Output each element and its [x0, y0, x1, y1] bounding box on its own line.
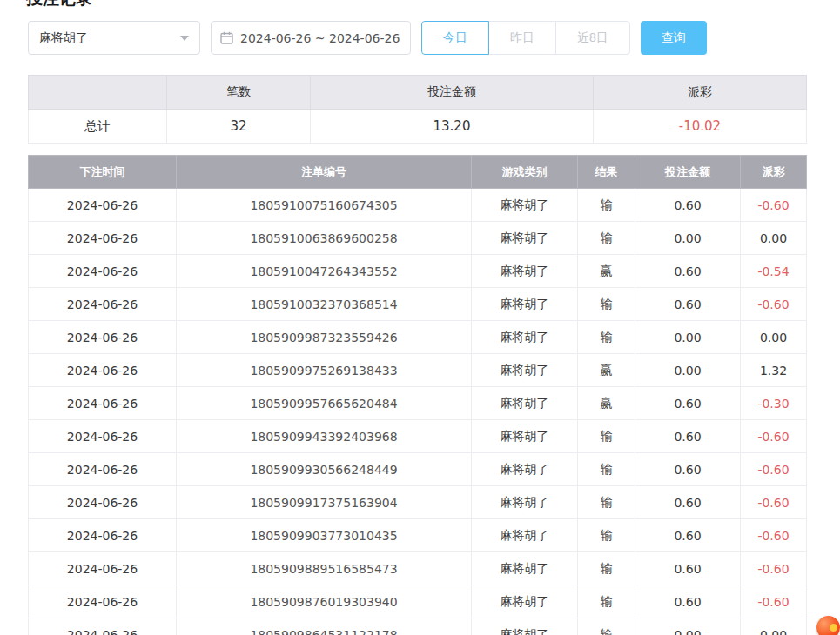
- records-body: 2024-06-26 1805910075160674305 麻将胡了 输 0.…: [29, 189, 807, 635]
- cell-payout: -0.60: [741, 189, 807, 222]
- quick-filter-group: 今日 昨日 近8日: [421, 21, 630, 55]
- cell-order-number: 1805910075160674305: [177, 189, 472, 222]
- quick-filter-yesterday[interactable]: 昨日: [488, 21, 556, 55]
- cell-game-category: 麻将胡了: [472, 387, 578, 420]
- cell-game-category: 麻将胡了: [472, 354, 578, 387]
- cell-payout: -0.30: [741, 387, 807, 420]
- cell-bet-amount: 0.60: [635, 486, 741, 519]
- cell-payout: -0.60: [741, 453, 807, 486]
- cell-bet-amount: 0.60: [635, 552, 741, 585]
- summary-total-bet: 13.20: [311, 110, 594, 144]
- summary-total-payout: -10.02: [594, 110, 807, 144]
- records-header-row: 下注时间 注单编号 游戏类别 结果 投注金额 派彩: [29, 156, 807, 189]
- date-range-value: 2024-06-26 ~ 2024-06-26: [240, 31, 400, 45]
- cell-result: 输: [578, 189, 635, 222]
- table-row: 2024-06-26 1805909917375163904 麻将胡了 输 0.…: [29, 486, 807, 519]
- cell-bet-amount: 0.60: [635, 420, 741, 453]
- cell-bet-time: 2024-06-26: [29, 552, 177, 585]
- cell-bet-time: 2024-06-26: [29, 288, 177, 321]
- cell-order-number: 1805909917375163904: [177, 486, 472, 519]
- chevron-down-icon: [180, 36, 189, 41]
- cell-order-number: 1805909903773010435: [177, 519, 472, 552]
- cell-order-number: 1805909876019303940: [177, 585, 472, 618]
- bet-records-page: 麻将胡了 2024-06-26 ~ 2024-06-26 今日 昨日 近8日 查…: [0, 0, 840, 635]
- summary-header-row: 笔数 投注金额 派彩: [29, 76, 807, 110]
- cell-bet-time: 2024-06-26: [29, 618, 177, 635]
- summary-table: 笔数 投注金额 派彩 总计 32 13.20 -10.02: [28, 75, 807, 144]
- table-row: 2024-06-26 1805909864531122178 麻将胡了 输 0.…: [29, 618, 807, 635]
- cell-result: 输: [578, 552, 635, 585]
- cell-game-category: 麻将胡了: [472, 486, 578, 519]
- cell-order-number: 1805910047264343552: [177, 255, 472, 288]
- cell-bet-time: 2024-06-26: [29, 519, 177, 552]
- quick-filter-last8days[interactable]: 近8日: [555, 21, 630, 55]
- cell-result: 输: [578, 321, 635, 354]
- table-row: 2024-06-26 1805910032370368514 麻将胡了 输 0.…: [29, 288, 807, 321]
- cell-result: 输: [578, 288, 635, 321]
- cell-payout: 0.00: [741, 618, 807, 635]
- cell-game-category: 麻将胡了: [472, 585, 578, 618]
- cell-result: 输: [578, 519, 635, 552]
- summary-total-count: 32: [167, 110, 311, 144]
- cell-bet-time: 2024-06-26: [29, 387, 177, 420]
- cell-payout: -0.54: [741, 255, 807, 288]
- cell-game-category: 麻将胡了: [472, 321, 578, 354]
- cell-result: 输: [578, 585, 635, 618]
- cell-order-number: 1805909987323559426: [177, 321, 472, 354]
- table-row: 2024-06-26 1805909943392403968 麻将胡了 输 0.…: [29, 420, 807, 453]
- cell-payout: 0.00: [741, 222, 807, 255]
- cell-payout: -0.60: [741, 519, 807, 552]
- cell-game-category: 麻将胡了: [472, 222, 578, 255]
- floating-service-icon[interactable]: [816, 616, 840, 635]
- cell-bet-amount: 0.60: [635, 288, 741, 321]
- table-row: 2024-06-26 1805909876019303940 麻将胡了 输 0.…: [29, 585, 807, 618]
- summary-header-bet: 投注金额: [311, 76, 594, 110]
- table-row: 2024-06-26 1805909975269138433 麻将胡了 赢 0.…: [29, 354, 807, 387]
- cell-bet-time: 2024-06-26: [29, 585, 177, 618]
- summary-total-label: 总计: [29, 110, 167, 144]
- cell-bet-time: 2024-06-26: [29, 222, 177, 255]
- cell-order-number: 1805909889516585473: [177, 552, 472, 585]
- cell-order-number: 1805910063869600258: [177, 222, 472, 255]
- summary-total-row: 总计 32 13.20 -10.02: [29, 110, 807, 144]
- cell-order-number: 1805909864531122178: [177, 618, 472, 635]
- cell-game-category: 麻将胡了: [472, 420, 578, 453]
- game-select[interactable]: 麻将胡了: [28, 21, 200, 55]
- records-header-game: 游戏类别: [472, 156, 578, 189]
- summary-header-blank: [29, 76, 167, 110]
- cell-bet-time: 2024-06-26: [29, 486, 177, 519]
- cell-bet-amount: 0.60: [635, 453, 741, 486]
- cell-bet-amount: 0.00: [635, 354, 741, 387]
- cell-game-category: 麻将胡了: [472, 453, 578, 486]
- cell-game-category: 麻将胡了: [472, 618, 578, 635]
- cell-bet-time: 2024-06-26: [29, 354, 177, 387]
- cell-payout: 0.00: [741, 321, 807, 354]
- cell-bet-amount: 0.60: [635, 387, 741, 420]
- cell-bet-time: 2024-06-26: [29, 321, 177, 354]
- records-header-order: 注单编号: [177, 156, 472, 189]
- cell-payout: -0.60: [741, 552, 807, 585]
- records-header-bet: 投注金额: [635, 156, 741, 189]
- table-row: 2024-06-26 1805909987323559426 麻将胡了 输 0.…: [29, 321, 807, 354]
- records-header-payout: 派彩: [741, 156, 807, 189]
- summary-header-payout: 派彩: [594, 76, 807, 110]
- records-header-result: 结果: [578, 156, 635, 189]
- cell-bet-time: 2024-06-26: [29, 189, 177, 222]
- records-table: 下注时间 注单编号 游戏类别 结果 投注金额 派彩 2024-06-26 180…: [28, 155, 807, 635]
- cell-game-category: 麻将胡了: [472, 189, 578, 222]
- date-range-picker[interactable]: 2024-06-26 ~ 2024-06-26: [211, 21, 411, 55]
- cell-bet-amount: 0.60: [635, 585, 741, 618]
- filter-toolbar: 麻将胡了 2024-06-26 ~ 2024-06-26 今日 昨日 近8日 查…: [28, 21, 806, 55]
- cell-game-category: 麻将胡了: [472, 255, 578, 288]
- cell-order-number: 1805909957665620484: [177, 387, 472, 420]
- cell-result: 赢: [578, 387, 635, 420]
- cell-bet-amount: 0.00: [635, 618, 741, 635]
- cell-bet-time: 2024-06-26: [29, 420, 177, 453]
- game-select-value: 麻将胡了: [39, 30, 88, 46]
- quick-filter-today[interactable]: 今日: [421, 21, 489, 55]
- query-button[interactable]: 查询: [641, 21, 707, 55]
- cell-game-category: 麻将胡了: [472, 519, 578, 552]
- cell-bet-amount: 0.60: [635, 189, 741, 222]
- calendar-icon: [220, 31, 233, 44]
- table-row: 2024-06-26 1805909903773010435 麻将胡了 输 0.…: [29, 519, 807, 552]
